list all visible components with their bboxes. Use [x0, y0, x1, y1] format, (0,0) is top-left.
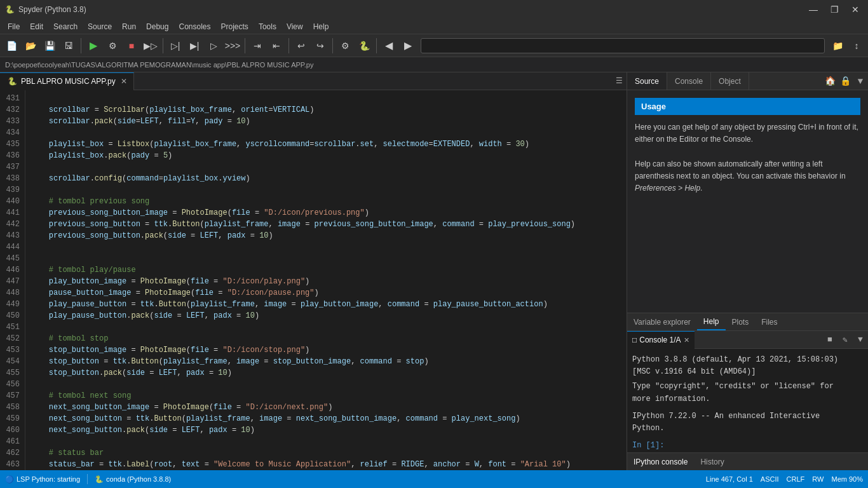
menu-consoles[interactable]: Consoles	[173, 19, 215, 34]
menu-help[interactable]: Help	[308, 19, 334, 34]
console-area: □ Console 1/A ✕ ■ ✎ ▼ Python 3.8.8 (defa…	[627, 330, 868, 470]
back-button[interactable]: ◀	[380, 37, 398, 55]
menu-run[interactable]: Run	[117, 19, 141, 34]
redo-button[interactable]: ↪	[311, 37, 329, 55]
path-input[interactable]: C:\Users\abdih	[421, 38, 825, 53]
tab-help[interactable]: Help	[697, 313, 726, 330]
help-para-2: Help can also be shown automatically aft…	[635, 158, 860, 195]
menu-file[interactable]: File	[3, 19, 25, 34]
console-type-info: Type "copyright", "credits" or "license"…	[632, 381, 863, 405]
lsp-status: 🔵 LSP Python: starting	[5, 475, 80, 484]
next-cell-button[interactable]: >>>	[224, 37, 241, 55]
right-panel: Source Console Object 🏠 🔒 ▼ Usage Here y…	[627, 72, 868, 470]
read-write: RW	[812, 475, 824, 483]
sb-sep-1	[87, 474, 88, 484]
rp-home-button[interactable]: 🏠	[822, 72, 837, 90]
cbt-history[interactable]: History	[694, 453, 730, 470]
preferences-button[interactable]: ⚙	[336, 37, 354, 55]
undo-button[interactable]: ↩	[292, 37, 310, 55]
tab-variable-explorer[interactable]: Variable explorer	[627, 313, 697, 330]
statusbar-right: Line 467, Col 1 ASCII CRLF RW Mem 90%	[706, 475, 863, 483]
console-stop-button[interactable]: ■	[822, 331, 837, 349]
indent-button[interactable]: ⇥	[248, 37, 266, 55]
run-cell-advance-button[interactable]: ▶|	[186, 37, 203, 55]
encoding: ASCII	[761, 475, 779, 483]
toolbar-separator-5	[332, 38, 333, 53]
conda-status: 🐍 conda (Python 3.8.8)	[95, 475, 171, 484]
help-content: Here you can get help of any object by p…	[635, 121, 860, 194]
run-config-button[interactable]: ⚙	[104, 37, 121, 55]
console-tab-label: Console 1/A	[639, 336, 681, 344]
console-prompt-line: In [1]:	[632, 440, 863, 452]
right-panel-tabs: Source Console Object 🏠 🔒 ▼	[627, 72, 868, 90]
cbt-ipython[interactable]: IPython console	[627, 453, 694, 470]
console-tab-close[interactable]: ✕	[684, 336, 689, 344]
unindent-button[interactable]: ⇤	[268, 37, 285, 55]
toolbar: 📄 📂 💾 🖫 ▶ ⚙ ■ ▶▷ ▷| ▶| ▷ >>> ⇥ ⇤ ↩ ↪ ⚙ 🐍…	[0, 34, 868, 57]
toolbar-separator-4	[288, 38, 289, 53]
statusbar: 🔵 LSP Python: starting 🐍 conda (Python 3…	[0, 470, 868, 488]
open-file-button[interactable]: 📂	[22, 37, 39, 55]
menu-search[interactable]: Search	[48, 19, 83, 34]
forward-button[interactable]: ▶	[399, 37, 417, 55]
eol: CRLF	[787, 475, 805, 483]
browse-button[interactable]: 📁	[829, 37, 846, 55]
app-title: Spyder (Python 3.8)	[18, 5, 86, 14]
tab-close-button[interactable]: ✕	[119, 77, 128, 86]
conda-text: conda (Python 3.8.8)	[106, 475, 171, 483]
menu-edit[interactable]: Edit	[25, 19, 48, 34]
run-button[interactable]: ▶	[85, 37, 102, 55]
rp-tab-actions: 🏠 🔒 ▼	[822, 72, 868, 90]
filepath-text: D:\poepoet\coolyeah\TUGAS\ALGORITMA PEMO…	[5, 61, 313, 69]
console-prompt: In [1]:	[632, 441, 664, 450]
menu-source[interactable]: Source	[83, 19, 117, 34]
titlebar: 🐍 Spyder (Python 3.8) — ❐ ✕	[0, 0, 868, 19]
menu-projects[interactable]: Projects	[216, 19, 254, 34]
help-bottom-tabs: Variable explorer Help Plots Files	[627, 313, 868, 330]
tab-label: PBL ALPRO MUSIC APP.py	[21, 77, 116, 86]
tab-files[interactable]: Files	[755, 313, 783, 330]
stop-button[interactable]: ■	[123, 37, 140, 55]
console-options-button[interactable]: ▼	[853, 331, 868, 349]
toolbar-separator-2	[163, 38, 163, 53]
toolbar-separator-6	[376, 38, 377, 53]
rp-tab-console[interactable]: Console	[667, 72, 711, 90]
filepath-bar: D:\poepoet\coolyeah\TUGAS\ALGORITMA PEMO…	[0, 57, 868, 72]
run-selection-button[interactable]: ▷	[205, 37, 222, 55]
editor-area: 🐍 PBL ALPRO MUSIC APP.py ✕ ☰ 431 432 433…	[0, 72, 627, 470]
maximize-button[interactable]: ❐	[827, 3, 843, 16]
debug-button[interactable]: ▶▷	[142, 37, 159, 55]
rp-tab-object[interactable]: Object	[711, 72, 749, 90]
menu-view[interactable]: View	[281, 19, 308, 34]
save-all-button[interactable]: 🖫	[60, 37, 78, 55]
lsp-icon: 🔵	[5, 475, 14, 484]
editor-tab-bar: 🐍 PBL ALPRO MUSIC APP.py ✕ ☰	[0, 72, 627, 90]
app-icon: 🐍	[5, 5, 15, 14]
run-cell-button[interactable]: ▷|	[166, 37, 184, 55]
rp-lock-button[interactable]: 🔒	[837, 72, 853, 90]
sync-button[interactable]: ↕	[848, 37, 865, 55]
minimize-button[interactable]: —	[805, 3, 822, 16]
close-button[interactable]: ✕	[848, 3, 863, 16]
console-edit-button[interactable]: ✎	[837, 331, 853, 349]
console-output[interactable]: Python 3.8.8 (default, Apr 13 2021, 15:0…	[627, 349, 868, 452]
menubar: File Edit Search Source Run Debug Consol…	[0, 19, 868, 34]
code-area[interactable]: 431 432 433 434 435 436 437 438 439 440 …	[0, 90, 627, 470]
help-panel: Usage Here you can get help of any objec…	[627, 90, 868, 313]
console-ipython-info: IPython 7.22.0 -- An enhanced Interactiv…	[632, 410, 863, 435]
memory: Mem 90%	[831, 475, 863, 483]
menu-tools[interactable]: Tools	[254, 19, 281, 34]
rp-tab-source[interactable]: Source	[627, 72, 667, 90]
menu-debug[interactable]: Debug	[141, 19, 173, 34]
tab-plots[interactable]: Plots	[726, 313, 756, 330]
code-editor[interactable]: scrollbar = Scrollbar(playlist_box_frame…	[25, 90, 627, 470]
save-button[interactable]: 💾	[41, 37, 58, 55]
tab-icon: 🐍	[8, 77, 17, 86]
editor-tab[interactable]: 🐍 PBL ALPRO MUSIC APP.py ✕	[0, 72, 134, 90]
python-button[interactable]: 🐍	[355, 37, 373, 55]
rp-options-button[interactable]: ▼	[853, 72, 868, 90]
toolbar-separator-3	[245, 38, 245, 53]
console-tab-1[interactable]: □ Console 1/A ✕	[627, 331, 695, 349]
new-file-button[interactable]: 📄	[3, 37, 20, 55]
tab-menu-button[interactable]: ☰	[611, 72, 627, 90]
